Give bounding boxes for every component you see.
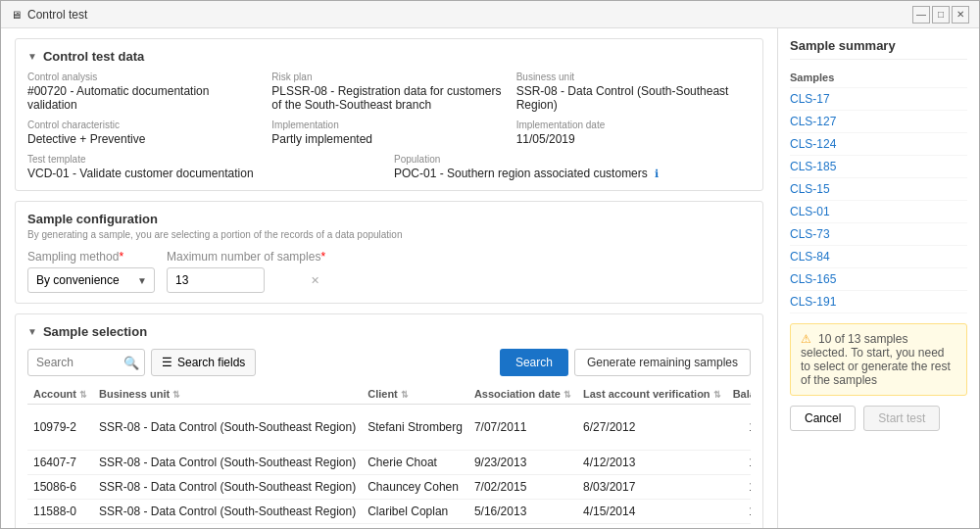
toolbar-left: 🔍 ☰ Search fields [27,349,256,376]
control-test-data-header: ▼ Control test data [27,49,751,64]
control-data-grid-row1: Control analysis #00720 - Automatic docu… [27,72,751,112]
population-info-icon[interactable]: ℹ [655,168,659,179]
list-item[interactable]: CLS-124 [790,133,967,156]
search-icon-button[interactable]: 🔍 [123,356,139,370]
association-date-cell: 7/07/2011 [468,405,577,451]
control-analysis-field: Control analysis #00720 - Automatic docu… [27,72,262,112]
table-row: 15086-6 SSR-08 - Data Control (South-Sou… [27,475,751,500]
last-verification-cell: 8/03/2017 [577,475,727,500]
list-item[interactable]: CLS-73 [790,223,967,246]
start-test-button[interactable]: Start test [863,406,940,431]
table-row: 16407-7 SSR-08 - Data Control (South-Sou… [27,451,751,475]
close-button[interactable]: ✕ [952,6,969,24]
sort-icon-client: ⇅ [401,390,409,400]
association-date-cell: 3/21/2013 [468,524,577,529]
list-item[interactable]: CLS-191 [790,291,967,313]
list-item[interactable]: CLS-15 [790,178,967,201]
balance-cell: 146.00 [727,524,751,529]
test-template-label: Test template [27,154,384,165]
col-business-unit: Business unit ⇅ [93,384,362,405]
implementation-label: Implementation [271,120,506,130]
sort-icon-account: ⇅ [79,390,87,400]
sort-icon-last-verif: ⇅ [713,390,721,400]
client-cell: Stefani Stromberg [362,405,468,451]
sampling-method-group: Sampling method By convenience Random Sy… [27,250,155,293]
account-cell: 11588-0 [27,500,93,524]
business-unit-label: Business unit [516,72,751,82]
client-cell: Cherie Choat [362,451,468,475]
association-date-cell: 9/23/2013 [468,451,577,475]
col-account: Account ⇅ [27,384,93,405]
implementation-date-label: Implementation date [516,120,751,130]
account-cell: 16357-8 [27,524,93,529]
generate-remaining-button[interactable]: Generate remaining samples [574,349,751,376]
col-balance: Balance ⇅ [727,384,751,405]
search-button[interactable]: Search [500,349,568,376]
table-row: 16357-8 SSR-08 - Data Control (South-Sou… [27,524,751,529]
population-label: Population [394,154,751,165]
maximize-button[interactable]: □ [932,6,950,24]
business-unit-cell: SSR-08 - Data Control (South-Southeast R… [93,500,362,524]
business-unit-cell: SSR-08 - Data Control (South-Southeast R… [93,475,362,500]
account-cell: 15086-6 [27,475,93,500]
warning-message: 10 of 13 samples selected. To start, you… [801,332,951,387]
sample-list: Samples CLS-17CLS-127CLS-124CLS-185CLS-1… [790,68,967,313]
max-samples-label: Maximum number of samples [167,250,325,264]
control-analysis-label: Control analysis [27,72,262,82]
risk-plan-value: PLSSR-08 - Registration data for custome… [271,84,501,112]
implementation-field: Implementation Partly implemented [271,120,506,146]
balance-cell: 110.00 [727,451,751,475]
implementation-value: Partly implemented [271,132,372,146]
last-verification-cell: 4/12/2013 [577,451,727,475]
chevron-icon: ▼ [27,51,37,62]
window: 🖥 Control test — □ ✕ ▼ Control test data… [0,0,980,529]
table-wrapper: Account ⇅ Business unit ⇅ Client ⇅ Assoc… [27,384,751,528]
business-unit-cell: SSR-08 - Data Control (South-Southeast R… [93,451,362,475]
control-test-data-block: ▼ Control test data Control analysis #00… [15,38,763,191]
max-samples-input[interactable] [167,267,265,293]
list-item[interactable]: CLS-185 [790,156,967,178]
control-analysis-value: #00720 - Automatic documentation validat… [27,84,209,112]
sample-config-subtitle: By generating a sample, you are selectin… [27,229,751,240]
list-item[interactable]: CLS-84 [790,246,967,268]
sampling-method-select[interactable]: By convenience Random Systematic [27,267,155,293]
bottom-buttons: Cancel Start test [790,406,967,431]
warning-box: ⚠ 10 of 13 samples selected. To start, y… [790,323,967,396]
control-test-data-title: Control test data [43,49,144,64]
sort-icon-assoc-date: ⇅ [564,390,571,400]
risk-plan-field: Risk plan PLSSR-08 - Registration data f… [271,72,506,112]
title-bar-left: 🖥 Control test [11,8,87,22]
population-field: Population POC-01 - Southern region asso… [394,154,751,180]
client-cell: Chauncey Cohen [362,475,468,500]
col-client: Client ⇅ [362,384,468,405]
sampling-method-select-wrapper: By convenience Random Systematic ▼ [27,267,155,293]
last-verification-cell: 10/02/2012 [577,524,727,529]
search-fields-button[interactable]: ☰ Search fields [151,349,256,376]
cancel-button[interactable]: Cancel [790,406,856,431]
list-item[interactable]: CLS-127 [790,111,967,133]
table-row: 10979-2 SSR-08 - Data Control (South-Sou… [27,405,751,451]
window-icon: 🖥 [11,9,22,21]
list-item[interactable]: CLS-165 [790,268,967,291]
account-cell: 10979-2 [27,405,93,451]
sample-config-block: Sample configuration By generating a sam… [15,201,763,304]
clear-max-samples-button[interactable]: ✕ [311,274,319,287]
test-template-value: VCD-01 - Validate customer documentation [27,167,254,180]
association-date-cell: 7/02/2015 [468,475,577,500]
business-unit-field: Business unit SSR-08 - Data Control (Sou… [516,72,751,112]
filter-icon: ☰ [162,356,172,369]
sample-summary-title: Sample summary [790,38,967,60]
association-date-cell: 5/16/2013 [468,500,577,524]
sample-table: Account ⇅ Business unit ⇅ Client ⇅ Assoc… [27,384,751,528]
business-unit-value: SSR-08 - Data Control (South-Southeast R… [516,84,729,112]
risk-plan-label: Risk plan [271,72,506,82]
sort-icon-business-unit: ⇅ [172,390,180,400]
account-cell: 16407-7 [27,451,93,475]
col-association-date: Association date ⇅ [468,384,577,405]
right-panel: Sample summary Samples CLS-17CLS-127CLS-… [778,28,979,528]
list-item[interactable]: CLS-01 [790,201,967,223]
table-row: 11588-0 SSR-08 - Data Control (South-Sou… [27,500,751,524]
minimize-button[interactable]: — [912,6,930,24]
list-item[interactable]: CLS-17 [790,88,967,111]
sample-config-title: Sample configuration [27,212,751,226]
